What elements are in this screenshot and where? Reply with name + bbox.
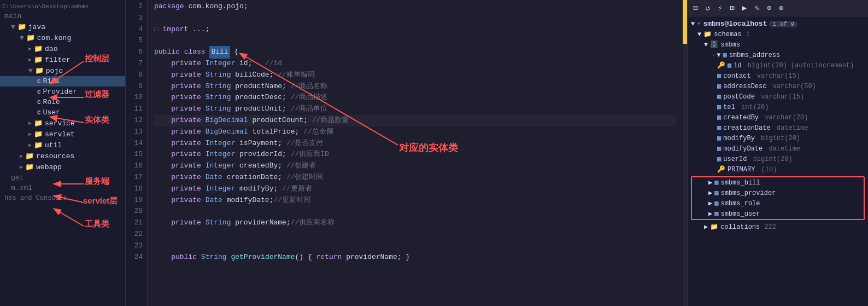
db-col-modifyby: ▦ modifyBy bigint(20) <box>688 133 868 143</box>
col-type: int(20) <box>737 103 769 111</box>
col-type: bigint(20) <box>749 155 792 163</box>
folder-icon: 📁 <box>34 55 43 64</box>
arrow-down-icon: ▼ <box>11 23 15 31</box>
db-col-createdby: ▦ createdBy varchar(20) <box>688 112 868 123</box>
highlighted-tables-box: ▶ ▦ smbms_bill ▶ ▦ smbms_provider ▶ ▦ sm… <box>691 176 865 220</box>
arrow-right-icon: ▶ <box>28 56 32 63</box>
tree-item-dao[interactable]: ▶ 📁 dao <box>0 43 125 54</box>
annotation-util: 工具类 <box>85 219 109 229</box>
arrow-right-icon: ▶ <box>20 164 23 170</box>
col-type: varchar(15) <box>753 72 800 80</box>
db-collations[interactable]: ▶ 📁 collations 222 <box>688 222 868 232</box>
db-smbms-role[interactable]: ▶ ▦ smbms_role <box>692 198 864 209</box>
tree-item-main: main <box>0 11 125 21</box>
db-col-id: 🔑 ▦ id bigint(20) (auto:increment) <box>688 60 868 71</box>
tree-item-com-kong[interactable]: ▼ 📁 com.kong <box>0 32 125 43</box>
tree-label: servlet <box>45 130 75 138</box>
schemas-count: 1 <box>746 31 750 38</box>
folder-icon: 📁 <box>26 33 35 42</box>
code-line-18: private Integer modifyBy; //更新者 <box>154 183 676 195</box>
db-icon-7[interactable]: ⊕ <box>765 2 773 14</box>
db-schemas[interactable]: ▼ 📁 schemas 1 <box>688 29 868 39</box>
table-arrow-icon: ▶ <box>708 178 712 187</box>
col-table-icon: ▦ <box>728 61 731 70</box>
db-smbms-user[interactable]: ▶ ▦ smbms_user <box>692 209 864 219</box>
table-arrow-icon: ▶ <box>708 199 712 207</box>
tree-label: com.kong <box>37 34 71 42</box>
folder-icon: 📁 <box>703 30 712 38</box>
tree-item-webapp[interactable]: ▶ 📁 webapp <box>0 161 125 172</box>
col-name: postCode <box>723 93 755 101</box>
db-icon-1[interactable]: ⊟ <box>691 2 700 14</box>
table-expand-arrow: ▼ <box>717 51 720 59</box>
tree-item-user[interactable]: C User <box>0 107 125 118</box>
db-connection[interactable]: ▼ ⚡ smbms@localhost 1 of 9 <box>688 19 868 29</box>
tree-label: java <box>28 23 45 31</box>
tree-label: dao <box>45 45 57 53</box>
table-icon: ▦ <box>723 51 726 59</box>
tree-item-service[interactable]: ▶ 📁 service <box>0 118 125 129</box>
db-icon-8[interactable]: ⊗ <box>777 2 785 14</box>
code-line-3 <box>154 13 676 24</box>
code-line-21: private String providerName;//供应商名称 <box>154 217 676 229</box>
db-col-modifydate: ▦ modifyDate datetime <box>688 143 868 154</box>
connection-arrow-icon: ▼ <box>691 20 695 28</box>
code-line-7: private Integer id; //id <box>154 58 676 70</box>
col-name: modifyDate <box>723 145 763 153</box>
connection-badge: 1 of 9 <box>769 21 797 27</box>
tree-item-java[interactable]: ▼ 📁 java <box>0 21 125 32</box>
col-name: createdBy <box>723 114 759 122</box>
tree-label: Role <box>43 98 60 106</box>
code-line-24: public String getProviderName() { return… <box>154 252 676 263</box>
code-line-10: private String productDesc; //商品描述 <box>154 92 676 103</box>
tree-item-resources[interactable]: ▶ 📁 resources <box>0 151 125 161</box>
tree-item-bill[interactable]: C Bill <box>0 76 125 86</box>
table-name: smbms_provider <box>720 189 776 197</box>
col-table-icon: ▦ <box>717 124 721 132</box>
collations-count: 222 <box>764 223 776 231</box>
code-editor: 2 3 4 5 6 7 8 9 10 11 12 13 14 15 16 17 … <box>126 0 688 306</box>
db-icon-6[interactable]: ✎ <box>752 2 761 14</box>
code-line-20 <box>154 206 676 217</box>
table-name: smbms_bill <box>720 179 760 187</box>
col-name: modifyBy <box>723 135 755 142</box>
folder-arrow-icon: ▶ <box>704 223 708 231</box>
db-icon-3[interactable]: ⚡ <box>715 2 724 14</box>
col-name: creationDate <box>723 124 770 132</box>
col-name: PRIMARY <box>728 166 755 174</box>
project-path: C:\Users\a\Desktop\smbms <box>0 2 125 11</box>
code-line-11: private String productUnit; //商品单位 <box>154 103 676 115</box>
db-icon-5[interactable]: ▶ <box>740 2 749 14</box>
col-type: bigint(20) <box>757 135 800 142</box>
tree-item-pojo[interactable]: ▼ 📁 pojo <box>0 65 125 76</box>
db-smbms-address[interactable]: → ▼ ▦ smbms_address <box>688 50 868 60</box>
tree-item-filter[interactable]: ▶ 📁 filter <box>0 54 125 65</box>
col-table-icon: ▦ <box>717 82 721 90</box>
arrow-down-icon: ▼ <box>28 67 33 75</box>
col-table-icon: ▦ <box>717 134 721 142</box>
line-numbers: 2 3 4 5 6 7 8 9 10 11 12 13 14 15 16 17 … <box>126 0 148 306</box>
code-line-16: private Integer createdBy; //创建者 <box>154 160 676 172</box>
class-c-icon: C <box>37 109 41 116</box>
table-name: smbms_role <box>720 200 760 207</box>
col-type: varchar(15) <box>757 93 804 101</box>
code-line-19: private Date modifyDate;//更新时间 <box>154 195 676 206</box>
scrollbar-thumb[interactable] <box>683 0 687 44</box>
db-smbms-provider[interactable]: ▶ ▦ smbms_provider <box>692 188 864 198</box>
db-smbms[interactable]: ▼ 🗄️ smbms <box>688 39 868 50</box>
table-arrow-icon: ▶ <box>708 210 712 218</box>
tree-item-servlet[interactable]: ▶ 📁 servlet <box>0 129 125 140</box>
db-icon-4[interactable]: ⊞ <box>728 2 736 14</box>
tree-item-role[interactable]: C Role <box>0 97 125 107</box>
db-smbms-bill[interactable]: ▶ ▦ smbms_bill <box>692 177 864 188</box>
code-line-12: private BigDecimal productCount; //商品数量 <box>154 115 676 126</box>
schemas-label: schemas <box>714 31 741 38</box>
arrow-right-icon: ▶ <box>28 142 32 148</box>
folder-icon: 📁 <box>34 119 43 128</box>
db-icon-2[interactable]: ↺ <box>703 2 712 14</box>
code-content[interactable]: package com.kong.pojo; □ import ...; pub… <box>148 0 683 306</box>
connection-label: smbms@localhost <box>703 20 767 28</box>
tree-item-provider[interactable]: C Provider <box>0 86 125 97</box>
tree-item-util[interactable]: ▶ 📁 util <box>0 140 125 151</box>
vertical-scrollbar[interactable] <box>683 0 687 306</box>
